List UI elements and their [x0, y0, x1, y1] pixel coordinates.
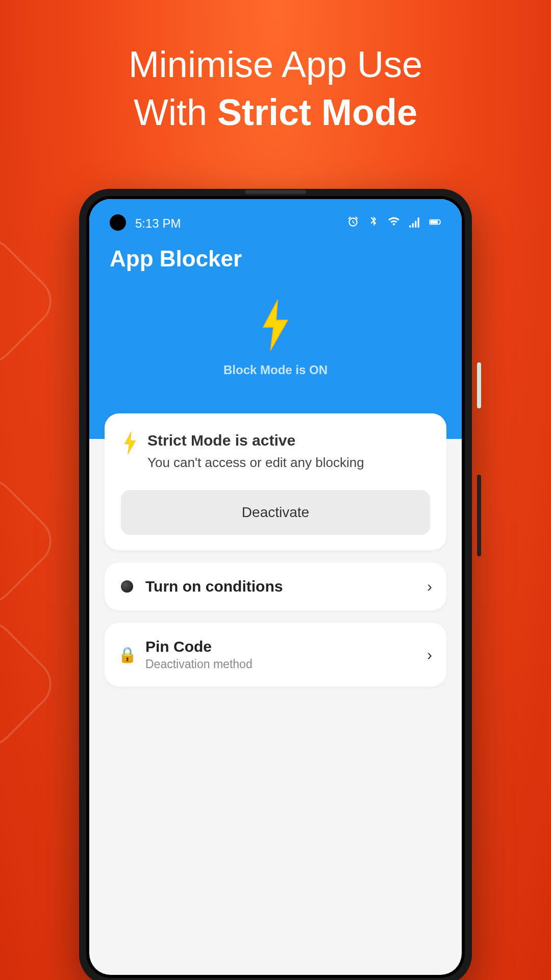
alarm-icon: [346, 215, 360, 232]
status-bar: 5:13 PM: [89, 213, 462, 234]
phone-device-frame: 5:13 PM: [79, 189, 472, 980]
status-icons-group: [346, 215, 441, 232]
pin-code-subtitle: Deactivation method: [145, 657, 417, 671]
strict-mode-card: Strict Mode is active You can't access o…: [105, 413, 446, 550]
lightning-bolt-icon: [89, 300, 462, 353]
promo-headline: Minimise App Use With Strict Mode: [0, 0, 551, 136]
wifi-icon: [387, 215, 400, 232]
conditions-title: Turn on conditions: [145, 578, 417, 595]
bg-decoration-shape: [0, 229, 62, 374]
deactivate-button[interactable]: Deactivate: [121, 490, 430, 535]
bg-decoration-shape: [0, 469, 62, 614]
phone-screen: 5:13 PM: [89, 199, 462, 975]
content-area: Strict Mode is active You can't access o…: [89, 413, 462, 687]
promo-line-1: Minimise App Use: [0, 41, 551, 89]
dot-icon: [119, 578, 135, 595]
battery-icon: [428, 215, 441, 232]
chevron-right-icon: ›: [427, 646, 432, 664]
promo-line-2: With Strict Mode: [0, 89, 551, 137]
strict-mode-title: Strict Mode is active: [147, 432, 364, 449]
app-header: 5:13 PM: [89, 199, 462, 439]
signal-icon: [408, 215, 421, 232]
pin-code-row[interactable]: 🔒 Pin Code Deactivation method ›: [105, 623, 446, 687]
strict-mode-subtitle: You can't access or edit any blocking: [147, 453, 364, 472]
bg-decoration-shape: [0, 612, 62, 756]
block-mode-status: Block Mode is ON: [89, 363, 462, 377]
lightning-bolt-icon: [121, 432, 139, 456]
bluetooth-icon: [367, 215, 380, 232]
turn-on-conditions-row[interactable]: Turn on conditions ›: [105, 562, 446, 610]
pin-code-title: Pin Code: [145, 638, 417, 655]
lock-icon: 🔒: [119, 647, 135, 663]
phone-power-button: [477, 362, 481, 408]
app-title: App Blocker: [89, 234, 462, 272]
camera-hole: [110, 214, 126, 231]
chevron-right-icon: ›: [427, 578, 432, 595]
phone-speaker: [245, 190, 306, 194]
phone-volume-button: [477, 475, 481, 556]
svg-rect-0: [431, 221, 437, 223]
status-time: 5:13 PM: [135, 216, 181, 231]
